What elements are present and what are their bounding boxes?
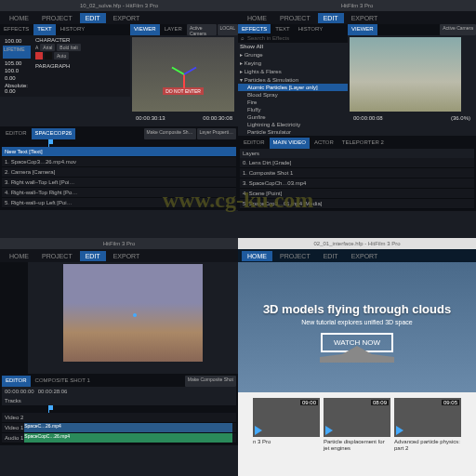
thumbnail-card[interactable]: 09:05 Advanced particle physics: part 2 (394, 398, 461, 452)
ptab-viewer[interactable]: VIEWER (348, 24, 377, 35)
tab-home[interactable]: HOME (4, 13, 34, 23)
tab-export[interactable]: EXPORT (108, 13, 146, 23)
effects-search[interactable]: ⌕ Search in Effects (238, 33, 348, 43)
color-swatch-black[interactable] (45, 52, 52, 60)
playhead-icon[interactable] (48, 139, 53, 144)
track-row[interactable]: Audio 1SpaceCopC…26.mp4 (2, 433, 236, 443)
timeline-panel: EDITOR COMPOSITE SHOT 1 Make Composite S… (0, 374, 238, 445)
thumbnail-card[interactable]: 08:09 Particle displacement for jet engi… (324, 398, 390, 452)
tab-edit[interactable]: EDIT (318, 251, 344, 261)
tab-project[interactable]: PROJECT (274, 13, 316, 23)
layer-row[interactable]: 4. Scene [Point] (240, 189, 474, 199)
tree-item[interactable]: ▸ Keying (238, 59, 348, 67)
tracks-heading: Tracks (2, 396, 236, 405)
layer-row[interactable]: 2. Camera [Camera] (2, 167, 236, 178)
tab-edit[interactable]: EDIT (80, 251, 106, 261)
hero-title: 3D models flying through clouds (263, 302, 451, 316)
timeline-ruler[interactable] (2, 405, 236, 413)
layer-row[interactable]: 5. SpaceCop3…01.mp4 [Media] (240, 199, 474, 209)
comp-tab-3[interactable]: TELEPORTER 2 (338, 138, 388, 149)
play-icon (255, 426, 262, 435)
tab-export[interactable]: EXPORT (346, 251, 384, 261)
ptab-viewer[interactable]: VIEWER (130, 24, 160, 35)
tree-item[interactable]: ▸ Lights & Flares (238, 67, 348, 75)
thumbnail-title: Particle displacement for jet engines (324, 439, 390, 452)
tab-project[interactable]: PROJECT (274, 251, 316, 261)
layer-row[interactable]: 1. Composite Shot 1 (240, 168, 474, 178)
tab-edit[interactable]: EDIT (80, 13, 106, 23)
layer-row[interactable]: 3. SpaceCopCh…03.mp4 (240, 178, 474, 189)
viewer-canvas[interactable]: DO NOT ENTER (132, 37, 234, 112)
track-row[interactable]: Video 2 (2, 413, 236, 423)
local-toggle[interactable]: LOCAL (218, 24, 238, 35)
tree-item[interactable]: Particle Simulator (238, 128, 348, 136)
tree-item[interactable]: Gunfire (238, 113, 348, 121)
main-nav: HOME PROJECT EDIT EXPORT (238, 11, 476, 24)
tree-item[interactable]: Lightning & Electricity (238, 121, 348, 128)
workspace-bottom-left: HitFilm 3 Pro HOME PROJECT EDIT EXPORT E… (0, 238, 238, 476)
audio-clip[interactable]: SpaceCopC…26.mp4 (24, 433, 232, 443)
font-style-select[interactable]: Bold Itali (57, 44, 80, 51)
ptab-history[interactable]: HISTORY (295, 24, 326, 33)
layer-row[interactable]: 4. Right-wall–Top Right [Po… (2, 188, 236, 198)
window-title: HitFilm 3 Pro (0, 238, 238, 249)
comp-tab[interactable]: SPACECOP26 (32, 128, 76, 139)
thumbnail-card[interactable]: 09:00 n 3 Pro (253, 398, 320, 452)
editor-tab[interactable]: EDITOR (2, 376, 31, 387)
tab-export[interactable]: EXPORT (346, 13, 384, 23)
ptab-text[interactable]: TEXT (33, 24, 55, 35)
ptab-text[interactable]: TEXT (271, 24, 293, 33)
layer-row[interactable]: 5. Right-wall–up Left [Poi… (2, 198, 236, 208)
lifetime-label[interactable]: LIFETIME (3, 46, 31, 59)
make-comp-btn[interactable]: Make Composite Sh… (144, 128, 196, 139)
layer-row[interactable]: New Text [Text] (2, 147, 236, 157)
auto-btn[interactable]: Auto (54, 52, 69, 60)
comp-tab[interactable]: MAIN VIDEO (270, 138, 310, 149)
video-clip[interactable]: SpaceC…26.mp4 (24, 423, 232, 432)
comp-tab-2[interactable]: ACTOR (311, 138, 337, 149)
thumbnail-image: 08:09 (324, 398, 390, 437)
ptab-effects[interactable]: EFFECTS (238, 24, 271, 33)
timeline-ruler[interactable] (2, 139, 236, 147)
duration-badge: 08:09 (371, 400, 389, 405)
tab-project[interactable]: PROJECT (36, 13, 78, 23)
ptab-layer[interactable]: LAYER (161, 24, 186, 35)
tree-root[interactable]: Show All (238, 43, 348, 50)
ptab-effects[interactable]: EFFECTS (0, 24, 33, 35)
tab-export[interactable]: EXPORT (108, 251, 146, 261)
ptab-history[interactable]: HISTORY (57, 24, 88, 35)
layer-row[interactable]: 0. Lens Dirt [Grade] (240, 158, 474, 168)
tree-item[interactable]: Blood Spray (238, 91, 348, 99)
val-d: 0.00 (2, 74, 32, 82)
layer-row[interactable]: 3. Right wall–Top Left [Poi… (2, 178, 236, 188)
track-row[interactable]: Video 1SpaceC…26.mp4 (2, 423, 236, 433)
tab-home[interactable]: HOME (242, 13, 272, 23)
playhead-icon[interactable] (48, 405, 53, 410)
layer-props-btn[interactable]: Layer Properti… (197, 128, 236, 139)
editor-tab[interactable]: EDITOR (2, 128, 31, 139)
viewer-canvas[interactable] (63, 264, 203, 362)
window-title: 02_01_interface.hfp - HitFilm 3 Pro (238, 238, 476, 249)
tab-project[interactable]: PROJECT (36, 251, 78, 261)
layer-row[interactable]: 1. SpaceCop3…26.mp4.mov (2, 157, 236, 167)
tree-item-selected[interactable]: Atomic Particles [Layer only] (238, 84, 348, 91)
tracker-point-icon[interactable] (133, 313, 137, 317)
tab-home[interactable]: HOME (242, 251, 272, 261)
timecode: 00:00:00:00 (5, 389, 34, 394)
tab-home[interactable]: HOME (4, 251, 34, 261)
transform-gizmo[interactable] (169, 60, 197, 88)
active-camera-select[interactable]: Active Camera (440, 24, 476, 35)
editor-tab[interactable]: EDITOR (240, 138, 269, 149)
active-camera-select[interactable]: Active Camera (187, 24, 217, 35)
tree-item[interactable]: ▾ Particles & Simulation (238, 75, 348, 84)
track-label: Video 1 (5, 425, 23, 430)
comp-tab[interactable]: COMPOSITE SHOT 1 (32, 376, 94, 387)
color-swatch-red[interactable] (35, 52, 43, 60)
tab-edit[interactable]: EDIT (318, 13, 344, 23)
viewer-canvas[interactable] (350, 37, 461, 112)
tree-item[interactable]: Fluffy (238, 106, 348, 113)
tree-item[interactable]: Fire (238, 99, 348, 106)
make-comp-btn[interactable]: Make Composite Shot (185, 376, 236, 387)
font-select[interactable]: Arial (40, 44, 55, 51)
tree-item[interactable]: ▸ Grunge (238, 50, 348, 59)
